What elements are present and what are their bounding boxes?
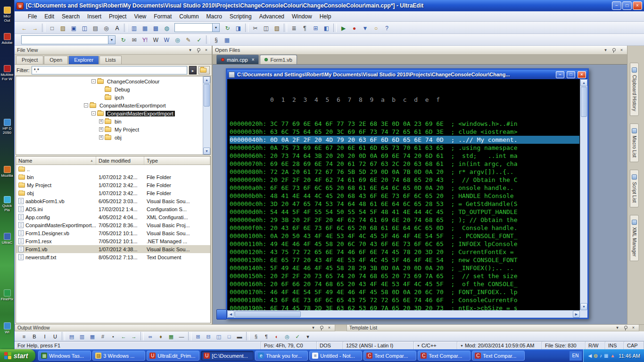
file-row[interactable]: .. bbox=[16, 165, 210, 173]
tip-icon[interactable]: ○ bbox=[371, 23, 381, 33]
collapse-box-icon[interactable]: - bbox=[91, 79, 96, 83]
antivirus-icon[interactable]: ▲ bbox=[610, 353, 615, 359]
status-modified[interactable]: ▼Mod: 20/03/2014 10:59:05 AM bbox=[457, 342, 542, 349]
panel-tab-xml-manager[interactable]: XML Manager bbox=[630, 215, 639, 261]
tree-scrollbar[interactable]: ▲ ▼ bbox=[203, 76, 210, 155]
desktop-icon-micr-out[interactable]: Micr Out bbox=[0, 7, 14, 23]
file-row[interactable]: newerstuff.txt8/05/2012 7:13...Text Docu… bbox=[16, 253, 210, 261]
collapse-box-icon[interactable]: - bbox=[84, 103, 88, 107]
panel-menu-icon[interactable]: ▾ bbox=[310, 325, 316, 331]
hex-window-title-bar[interactable]: C:\Documents and Settings\Robert\My Docu… bbox=[227, 70, 587, 79]
start-button[interactable]: start bbox=[0, 349, 35, 362]
sync-icon[interactable]: ↻ bbox=[118, 35, 128, 44]
macro-record-icon[interactable]: ● bbox=[349, 23, 359, 33]
hex-row[interactable]: 000000e0h: 29 3B 20 2F 2F 20 4F 62 74 61… bbox=[230, 216, 579, 224]
child-close-button[interactable]: × bbox=[578, 71, 586, 78]
scroll-down-icon[interactable]: ▼ bbox=[580, 303, 587, 310]
panel-menu-icon[interactable]: ▾ bbox=[614, 325, 620, 331]
menu-edit[interactable]: Edit bbox=[41, 12, 58, 21]
menu-column[interactable]: Column bbox=[175, 12, 202, 21]
hex-row[interactable]: 00000150h: 20 2F 2F 20 73 65 74 20 74 68… bbox=[230, 272, 579, 280]
script-tag-icon[interactable]: § bbox=[251, 332, 261, 340]
word-icon[interactable]: W bbox=[162, 35, 172, 44]
desktop-icon-hp-d-2050[interactable]: HP D 2050 bbox=[0, 119, 14, 135]
file-row[interactable]: My Project1/07/2012 3:42...File Folder bbox=[16, 181, 210, 189]
hyperlink-icon[interactable]: ∞ bbox=[146, 332, 155, 340]
hex-row[interactable]: 00000060h: 20 73 74 64 3B 20 20 20 0D 0A… bbox=[230, 152, 579, 160]
pin-icon[interactable] bbox=[611, 47, 617, 53]
file-row[interactable]: aabbokForm1.vb6/05/2012 3:03...Visual Ba… bbox=[16, 197, 210, 205]
menu-advanced[interactable]: Advanced bbox=[256, 12, 288, 21]
hex-row[interactable]: 000000a0h: 6F 6E 73 6F 6C 65 20 68 61 6E… bbox=[230, 184, 579, 192]
close-panel-icon[interactable]: × bbox=[203, 47, 209, 53]
output-window-bar[interactable]: Output Window ▾ × bbox=[15, 325, 335, 331]
desktop-icon-ultrac[interactable]: UltraC bbox=[0, 233, 14, 245]
file-row[interactable]: ConpaintMasterExportImport...7/05/2012 8… bbox=[16, 221, 210, 229]
hex-row[interactable]: 00000130h: 6E 65 77 20 43 4F 4E 53 4F 4C… bbox=[230, 256, 579, 264]
toolbar-combo[interactable]: ▾ bbox=[21, 35, 116, 44]
refresh-icon[interactable]: ↻ bbox=[223, 23, 232, 33]
font-icon[interactable]: A bbox=[112, 23, 122, 33]
pin-icon[interactable] bbox=[622, 325, 628, 331]
scroll-thumb[interactable] bbox=[581, 87, 587, 117]
align-center-icon[interactable]: ▥ bbox=[77, 332, 87, 340]
back-icon[interactable]: ← bbox=[19, 23, 29, 33]
wikipedia-icon[interactable]: W bbox=[151, 35, 161, 44]
paste-icon[interactable]: ▧ bbox=[272, 23, 282, 33]
taskbar-button[interactable]: ▦Windows Tas... bbox=[38, 351, 91, 361]
menu-window[interactable]: Window bbox=[288, 12, 316, 21]
maximize-button[interactable]: □ bbox=[622, 1, 632, 10]
browser-view-icon[interactable]: ◍ bbox=[162, 23, 172, 33]
minimized-window-icon[interactable] bbox=[216, 309, 227, 320]
minimize-button[interactable]: − bbox=[612, 1, 621, 10]
status-syntax[interactable]: ▼C/C++ bbox=[414, 342, 457, 349]
styles-icon[interactable]: ≡ bbox=[19, 332, 29, 340]
align-right-icon[interactable]: ▦ bbox=[88, 332, 97, 340]
validate-icon[interactable]: ✓ bbox=[293, 332, 302, 340]
volume-icon[interactable]: ♪ bbox=[600, 353, 602, 359]
yahoo-icon[interactable]: Y! bbox=[140, 35, 150, 44]
forward-icon[interactable]: → bbox=[30, 23, 40, 33]
hex-vertical-scrollbar[interactable]: ▲ ▼ bbox=[580, 79, 587, 310]
tree-item[interactable]: -ConpaintMasterExportImport bbox=[16, 101, 203, 109]
expand-box-icon[interactable]: + bbox=[99, 119, 103, 123]
collapse-box-icon[interactable]: - bbox=[91, 111, 96, 115]
child-restore-button[interactable]: □ bbox=[567, 71, 575, 78]
file-row[interactable]: Form1.resx7/05/2012 10:1....NET Managed … bbox=[16, 237, 210, 245]
toolbar-combo[interactable]: ▾ bbox=[174, 23, 220, 32]
language-indicator[interactable]: EN bbox=[570, 351, 582, 361]
file-row[interactable]: Form1.vb1/07/2012 4:38...Visual Basic So… bbox=[16, 245, 210, 253]
child-minimize-button[interactable]: − bbox=[556, 71, 564, 78]
save-icon[interactable]: ▣ bbox=[69, 23, 79, 33]
menu-macro[interactable]: Macro bbox=[203, 12, 226, 21]
html-table-icon[interactable]: ⊞ bbox=[193, 332, 203, 340]
pin-icon[interactable] bbox=[318, 325, 324, 331]
bookmark-icon[interactable]: ▼ bbox=[360, 23, 370, 33]
taskbar-button[interactable]: UUltraEdit_Prim... bbox=[147, 351, 199, 361]
column-mode-icon[interactable]: ◨ bbox=[233, 23, 243, 33]
web-search-icon[interactable]: ◎ bbox=[173, 35, 182, 44]
hide-icons-icon[interactable]: ◀ bbox=[588, 353, 592, 359]
hex-row[interactable]: 00000020h: 3C 77 69 6E 64 6F 77 73 2E 68… bbox=[230, 120, 579, 128]
hex-row[interactable]: 00000180h: 43 6F 6E 73 6F 6C 65 43 75 72… bbox=[230, 296, 579, 304]
file-row[interactable]: bin1/07/2012 3:42...File Folder bbox=[16, 173, 210, 181]
hex-row[interactable]: 00000080h: 72 2A 20 61 72 67 76 5B 5D 29… bbox=[230, 168, 579, 176]
tree-item[interactable]: -ConpaintMasterExportImport bbox=[16, 109, 203, 117]
desktop-icon-quick-pla[interactable]: Quick Pla bbox=[0, 196, 14, 212]
taskbar-button[interactable]: CText Compar... bbox=[363, 351, 416, 361]
scroll-thumb[interactable] bbox=[235, 311, 301, 317]
tab-lists[interactable]: Lists bbox=[99, 56, 122, 64]
templates-icon[interactable]: ▦ bbox=[222, 35, 232, 44]
find-icon[interactable]: ◎ bbox=[101, 23, 111, 33]
insert-column-icon[interactable]: ◫ bbox=[214, 332, 223, 340]
horizontal-rule-icon[interactable]: — bbox=[177, 332, 186, 340]
font-color-icon[interactable]: ◐ bbox=[272, 332, 281, 340]
taskbar-button[interactable]: ▨3 Windows ... bbox=[92, 351, 145, 361]
column-header-name[interactable]: Name▲ bbox=[16, 156, 96, 165]
compare-icon[interactable]: ◧ bbox=[322, 23, 331, 33]
tree-item[interactable]: +bin bbox=[16, 117, 203, 125]
hex-row[interactable]: 000000c0h: 3D 20 47 65 74 53 74 64 48 61… bbox=[230, 200, 579, 208]
menu-search[interactable]: Search bbox=[58, 12, 83, 21]
scroll-thumb[interactable] bbox=[204, 84, 210, 107]
mail-icon[interactable]: ✉ bbox=[129, 35, 139, 44]
